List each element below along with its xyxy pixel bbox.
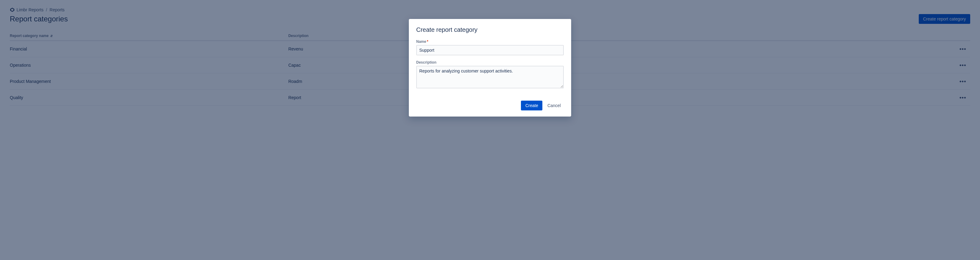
description-label: Description [416,60,564,65]
name-label-text: Name [416,40,426,44]
description-textarea[interactable]: Reports for analyzing customer support a… [416,66,564,89]
name-input[interactable] [416,45,564,55]
modal-actions: Create Cancel [416,101,564,110]
modal-create-button[interactable]: Create [521,101,542,110]
modal-cancel-button[interactable]: Cancel [544,101,564,110]
modal-overlay[interactable]: Create report category Name* Description… [0,0,980,260]
field-name: Name* [416,40,564,55]
create-category-modal: Create report category Name* Description… [409,19,571,117]
field-description: Description Reports for analyzing custom… [416,60,564,90]
required-indicator: * [427,40,428,44]
modal-title: Create report category [416,26,564,33]
name-label: Name* [416,40,564,44]
